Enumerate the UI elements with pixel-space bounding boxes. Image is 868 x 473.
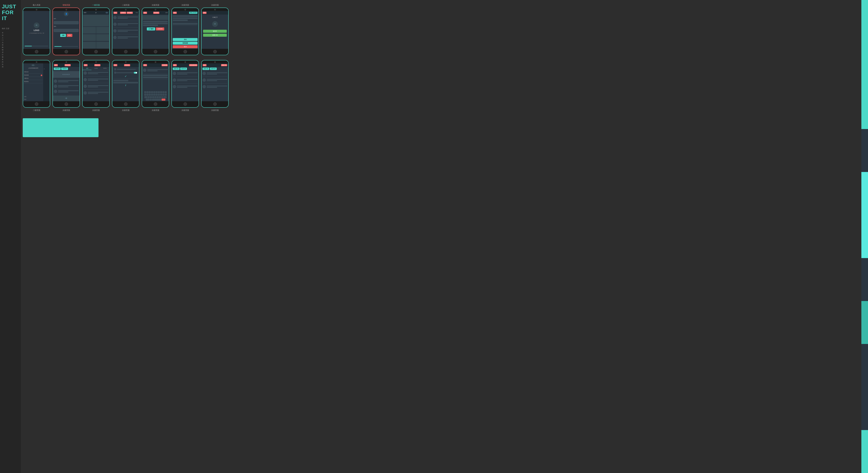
back-btn[interactable]: 返回 [54, 64, 58, 66]
order-item[interactable] [84, 77, 108, 82]
key[interactable] [147, 94, 149, 96]
home-button[interactable] [65, 50, 68, 53]
home-sell-btn[interactable]: 居家销售 [156, 27, 164, 30]
home-button[interactable] [35, 50, 38, 53]
merchant-item[interactable] [173, 78, 197, 82]
toggle-switch[interactable] [134, 72, 137, 74]
key-space[interactable] [152, 99, 161, 101]
key[interactable] [151, 94, 153, 96]
key[interactable] [150, 96, 152, 98]
allorders-tab[interactable]: 全部订单 [210, 68, 217, 70]
favorites-store-tab[interactable]: 收藏店铺 [54, 68, 61, 70]
list-item[interactable] [113, 22, 138, 27]
register-btn[interactable]: 注册 [60, 34, 66, 37]
history-item[interactable]: 消费历史 [24, 77, 42, 80]
grid-cell-6[interactable] [96, 42, 109, 48]
home-button[interactable] [35, 102, 38, 106]
list-item[interactable] [113, 29, 138, 33]
key[interactable] [162, 91, 164, 93]
grid-cell-3[interactable] [83, 34, 96, 41]
key[interactable] [153, 91, 155, 93]
list-item[interactable] [113, 15, 138, 20]
key[interactable] [152, 96, 154, 98]
key[interactable] [149, 94, 151, 96]
key[interactable] [154, 96, 156, 98]
submit-btn[interactable]: 提交 [67, 34, 72, 37]
favorites-item[interactable]: 我的收藏 [24, 74, 42, 77]
key[interactable] [149, 91, 151, 93]
key[interactable] [153, 94, 155, 96]
key[interactable] [165, 91, 167, 93]
settings-item[interactable] [143, 68, 168, 72]
key[interactable] [144, 91, 146, 93]
pending-tab[interactable]: 待处订单 [203, 68, 209, 70]
account-input[interactable] [54, 21, 79, 24]
key[interactable] [161, 96, 163, 98]
merchant-item[interactable] [173, 85, 197, 89]
back-btn[interactable]: 返回 [114, 12, 117, 14]
back-btn[interactable]: 返回 [173, 64, 177, 66]
key[interactable] [158, 91, 160, 93]
home-button[interactable] [184, 50, 187, 53]
shop-item[interactable] [54, 84, 79, 89]
return-btn[interactable]: 返回⻚ [203, 30, 227, 33]
community-item[interactable]: 邻里社区 [24, 71, 42, 74]
tab-review[interactable]: 待评价 [100, 67, 109, 70]
key[interactable] [157, 96, 159, 98]
password-input[interactable] [54, 29, 79, 32]
contact-seller-btn[interactable]: 联系卖家 [173, 42, 197, 45]
grid-cell-2[interactable] [96, 27, 109, 33]
key-return[interactable] [162, 99, 165, 101]
key[interactable] [160, 91, 162, 93]
home-button[interactable] [124, 102, 127, 106]
order-item[interactable] [84, 71, 108, 75]
key[interactable] [156, 94, 158, 96]
back-btn[interactable]: 返回 [143, 12, 147, 14]
settings-item[interactable]: 设置 [24, 96, 42, 98]
distance-btn[interactable]: 距离最近 [120, 12, 126, 14]
grid-cell-4[interactable] [96, 34, 109, 41]
key[interactable] [159, 96, 161, 98]
home-button[interactable] [213, 50, 217, 53]
pending-orders-tab[interactable]: 待处订单 [173, 68, 180, 70]
back-btn[interactable]: 返回 [143, 64, 147, 66]
tab-paid[interactable]: 已评价 [92, 67, 100, 70]
tab-all[interactable]: 全部 [83, 67, 92, 70]
back-btn[interactable]: 返回 [203, 64, 207, 66]
cancel-btn[interactable]: 取消 [173, 45, 197, 48]
key[interactable] [147, 91, 149, 93]
order-item[interactable] [84, 84, 108, 89]
share-btn[interactable]: 分享 [165, 12, 168, 13]
all-orders-tab[interactable]: 全部订单 [180, 68, 187, 70]
home-service-btn[interactable]: 上⻔服务 [147, 27, 155, 30]
key[interactable] [162, 94, 164, 96]
key[interactable] [151, 91, 153, 93]
back-btn[interactable]: 返回 [173, 12, 177, 14]
home-button[interactable] [154, 50, 157, 53]
merchant-item[interactable] [173, 71, 197, 76]
key[interactable] [156, 91, 158, 93]
grid-cell-5[interactable] [83, 42, 96, 48]
home-button[interactable] [94, 102, 98, 106]
back-btn[interactable]: 返回 [84, 64, 88, 66]
pay-btn[interactable]: ⽀付 [173, 38, 197, 41]
order-list-item[interactable] [203, 71, 227, 76]
key[interactable] [150, 99, 152, 101]
help-item[interactable]: 帮助 [24, 98, 42, 101]
order-list-item[interactable] [203, 78, 227, 82]
shop-item[interactable] [54, 89, 79, 94]
home-button[interactable] [213, 102, 217, 106]
key[interactable] [165, 94, 167, 96]
view-order-btn[interactable]: 查看订单 [203, 34, 227, 37]
possible-buy-tab[interactable]: 可能喜欢 [61, 68, 68, 70]
back-btn[interactable]: 返回 [203, 12, 207, 14]
home-button[interactable] [124, 50, 127, 53]
key-symbols[interactable] [146, 99, 150, 101]
shop-item[interactable] [54, 79, 79, 83]
order-list-item[interactable] [203, 85, 227, 89]
key[interactable] [160, 94, 162, 96]
list-item[interactable] [113, 35, 138, 40]
order-item[interactable] [84, 91, 108, 95]
back-btn[interactable]: 返回 [114, 64, 117, 66]
key-delete[interactable] [163, 96, 166, 98]
